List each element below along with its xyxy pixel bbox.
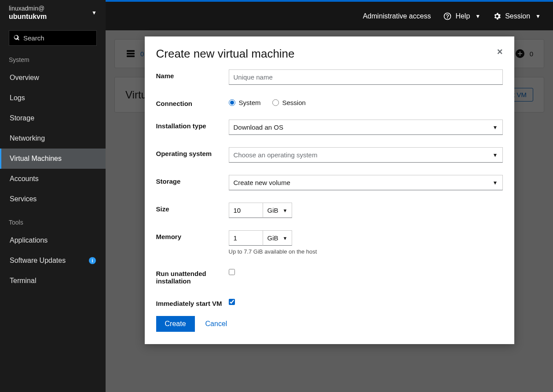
label-name: Name	[156, 69, 229, 80]
os-select[interactable]: Choose an operating system ▼	[229, 147, 503, 163]
nav-item-accounts[interactable]: Accounts	[0, 169, 106, 189]
caret-down-icon: ▼	[283, 208, 288, 213]
memory-unit-select[interactable]: GiB ▼	[263, 230, 293, 246]
size-input[interactable]	[229, 203, 263, 218]
sidebar-username: linuxadmin@	[9, 4, 47, 12]
label-unattended: Run unattended installation	[156, 267, 229, 285]
sidebar-user: linuxadmin@ ubuntukvm	[9, 4, 47, 22]
radio-system[interactable]: System	[229, 99, 261, 106]
topbar: Administrative access Help ▼ Session ▼	[106, 2, 553, 30]
create-vm-modal: Create new virtual machine × Name Connec…	[145, 36, 514, 344]
nav-item-services[interactable]: Services	[0, 189, 106, 209]
label-size: Size	[156, 203, 229, 213]
search-icon	[14, 34, 20, 41]
modal-overlay[interactable]: Create new virtual machine × Name Connec…	[106, 30, 553, 392]
modal-header: Create new virtual machine ×	[156, 47, 503, 61]
search-input-wrapper[interactable]	[9, 30, 97, 46]
connection-radio-group: System Session	[229, 97, 503, 106]
session-menu[interactable]: Session ▼	[493, 12, 541, 21]
label-connection: Connection	[156, 97, 229, 107]
nav-item-virtual-machines[interactable]: Virtual Machines	[0, 149, 106, 169]
unattended-checkbox[interactable]	[229, 269, 235, 275]
sidebar-hostname: ubuntukvm	[9, 12, 47, 22]
caret-down-icon: ▼	[283, 236, 288, 241]
info-badge-icon: i	[89, 257, 96, 264]
nav-item-software-updates[interactable]: Software Updates i	[0, 250, 106, 271]
start-vm-checkbox[interactable]	[229, 299, 235, 305]
caret-down-icon: ▼	[92, 10, 97, 16]
label-start-vm: Immediately start VM	[156, 297, 229, 307]
search-input[interactable]	[23, 34, 92, 42]
size-unit-select[interactable]: GiB ▼	[263, 203, 293, 218]
storage-select[interactable]: Create new volume ▼	[229, 175, 503, 190]
sidebar-host-switcher[interactable]: linuxadmin@ ubuntukvm ▼	[0, 0, 106, 26]
help-icon	[443, 12, 452, 21]
nav-item-overview[interactable]: Overview	[0, 68, 106, 88]
help-menu[interactable]: Help ▼	[443, 12, 480, 21]
memory-input[interactable]	[229, 230, 263, 246]
cancel-button[interactable]: Cancel	[205, 320, 227, 328]
install-type-select[interactable]: Download an OS ▼	[229, 120, 503, 135]
modal-actions: Create Cancel	[156, 316, 503, 332]
nav-section-system: System	[0, 52, 106, 68]
caret-down-icon: ▼	[493, 152, 498, 158]
nav-item-networking[interactable]: Networking	[0, 128, 106, 149]
close-icon[interactable]: ×	[497, 47, 503, 57]
caret-down-icon: ▼	[493, 180, 498, 186]
nav-section-tools: Tools	[0, 214, 106, 230]
radio-session[interactable]: Session	[272, 99, 306, 106]
nav-item-logs[interactable]: Logs	[0, 88, 106, 108]
label-memory: Memory	[156, 230, 229, 240]
label-os: Operating system	[156, 147, 229, 157]
label-install-type: Installation type	[156, 120, 229, 130]
gear-icon	[493, 12, 502, 21]
caret-down-icon: ▼	[493, 124, 498, 131]
nav-item-applications[interactable]: Applications	[0, 230, 106, 250]
caret-down-icon: ▼	[535, 13, 541, 19]
label-storage: Storage	[156, 175, 229, 185]
create-button[interactable]: Create	[156, 316, 195, 332]
radio-session-input[interactable]	[272, 99, 279, 106]
vm-name-input[interactable]	[229, 69, 503, 85]
memory-helper-text: Up to 7.7 GiB available on the host	[229, 248, 503, 255]
radio-system-input[interactable]	[229, 99, 235, 106]
nav-item-terminal[interactable]: Terminal	[0, 271, 106, 291]
admin-access-toggle[interactable]: Administrative access	[363, 12, 431, 20]
caret-down-icon: ▼	[475, 13, 480, 19]
nav-item-storage[interactable]: Storage	[0, 108, 106, 128]
sidebar: linuxadmin@ ubuntukvm ▼ System Overview …	[0, 0, 106, 392]
modal-title: Create new virtual machine	[156, 47, 295, 61]
